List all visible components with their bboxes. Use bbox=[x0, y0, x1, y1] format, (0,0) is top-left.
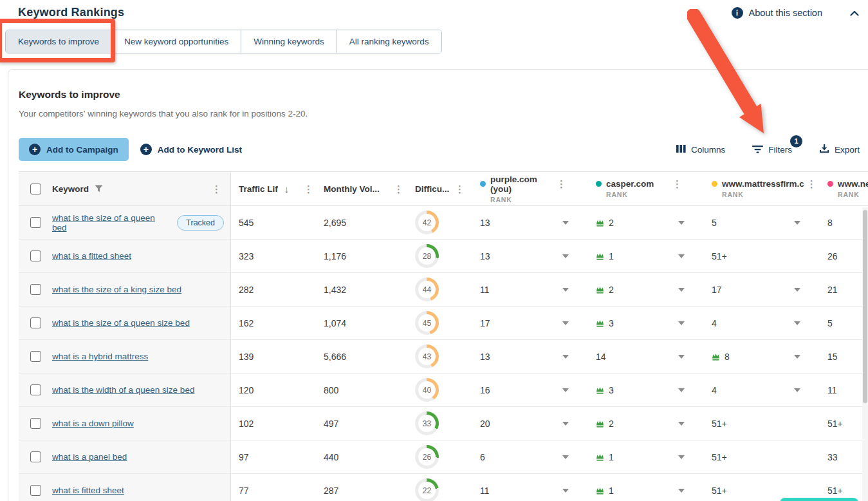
rank-cell: 51+ bbox=[815, 407, 868, 440]
rank-cell: 1 bbox=[583, 440, 699, 473]
monthly-column-menu-icon[interactable]: ⋮ bbox=[391, 184, 406, 194]
keyword-link[interactable]: what is a panel bed bbox=[52, 452, 127, 462]
purple-column-menu-icon[interactable]: ⋮ bbox=[554, 179, 569, 189]
keyword-link[interactable]: what is the width of a queen size bed bbox=[52, 385, 194, 395]
rank-value: 13 bbox=[480, 218, 490, 228]
traffic-column-menu-icon[interactable]: ⋮ bbox=[301, 184, 316, 194]
keyword-link[interactable]: what is the size of a king size bed bbox=[52, 285, 181, 294]
row-checkbox[interactable] bbox=[30, 317, 41, 328]
vertical-scrollbar[interactable] bbox=[862, 207, 868, 501]
rank-cell: 3 bbox=[583, 373, 699, 406]
rank-caret-icon[interactable] bbox=[562, 388, 569, 392]
rank-caret-icon[interactable] bbox=[562, 321, 569, 325]
keyword-filter-funnel-icon[interactable] bbox=[95, 185, 103, 193]
difficulty-donut: 28 bbox=[415, 244, 439, 268]
row-checkbox[interactable] bbox=[30, 284, 41, 295]
info-icon: i bbox=[732, 7, 743, 19]
difficulty-column-menu-icon[interactable]: ⋮ bbox=[452, 184, 467, 194]
chevron-up-icon[interactable] bbox=[850, 10, 859, 16]
select-all-checkbox[interactable] bbox=[30, 184, 41, 194]
rank-cell: 51+ bbox=[699, 240, 815, 272]
rank-value: 51+ bbox=[827, 419, 843, 429]
rank-caret-icon[interactable] bbox=[562, 422, 569, 426]
row-checkbox[interactable] bbox=[30, 351, 41, 362]
difficulty-donut: 40 bbox=[415, 378, 439, 402]
add-to-keyword-list-button[interactable]: + Add to Keyword List bbox=[140, 144, 242, 155]
columns-label: Columns bbox=[691, 145, 725, 155]
rank-caret-icon[interactable] bbox=[562, 355, 569, 359]
rank-caret-icon[interactable] bbox=[678, 288, 685, 292]
rank-caret-icon[interactable] bbox=[794, 388, 800, 392]
export-button[interactable]: Export bbox=[819, 144, 860, 155]
row-checkbox[interactable] bbox=[30, 217, 41, 228]
column-header-ne: www.ne bbox=[838, 179, 868, 189]
add-to-campaign-button[interactable]: + Add to Campaign bbox=[19, 138, 129, 161]
keyword-link[interactable]: what is the size of a queen bed bbox=[52, 213, 170, 232]
columns-button[interactable]: Columns bbox=[676, 144, 725, 155]
table-toolbar: + Add to Campaign + Add to Keyword List … bbox=[19, 138, 868, 161]
row-checkbox[interactable] bbox=[30, 250, 41, 261]
keywords-table: Keyword ⋮ Traffic Lif ↓ ⋮ Monthly Vol...… bbox=[19, 171, 868, 501]
column-header-purple: purple.com (you) bbox=[490, 175, 554, 194]
about-label: About this section bbox=[749, 8, 822, 18]
filters-button[interactable]: Filters 1 bbox=[752, 144, 792, 155]
rank-caret-icon[interactable] bbox=[678, 422, 685, 426]
casper-column-menu-icon[interactable]: ⋮ bbox=[670, 179, 685, 189]
rank-caret-icon[interactable] bbox=[678, 489, 685, 493]
rank-caret-icon[interactable] bbox=[794, 221, 800, 225]
crown-icon bbox=[596, 219, 604, 227]
difficulty-donut: 22 bbox=[415, 478, 439, 501]
rank-value: 51+ bbox=[712, 251, 727, 261]
rank-caret-icon[interactable] bbox=[678, 221, 685, 225]
sort-descending-icon[interactable]: ↓ bbox=[284, 184, 290, 194]
row-checkbox[interactable] bbox=[30, 451, 41, 462]
rank-caret-icon[interactable] bbox=[794, 321, 800, 325]
about-this-section[interactable]: i About this section bbox=[732, 6, 859, 19]
rank-caret-icon[interactable] bbox=[678, 388, 685, 392]
rank-cell: 2 bbox=[583, 407, 699, 440]
keyword-column-menu-icon[interactable]: ⋮ bbox=[209, 184, 224, 194]
keyword-link[interactable]: what is a down pillow bbox=[52, 419, 134, 428]
tab-winning-keywords[interactable]: Winning keywords bbox=[241, 30, 337, 53]
crown-icon bbox=[596, 319, 604, 327]
row-checkbox[interactable] bbox=[30, 418, 41, 429]
row-checkbox[interactable] bbox=[30, 384, 41, 395]
rank-caret-icon[interactable] bbox=[678, 254, 685, 258]
scrollbar-thumb[interactable] bbox=[863, 210, 867, 403]
rank-caret-icon[interactable] bbox=[794, 355, 800, 359]
rank-value: 6 bbox=[480, 452, 485, 462]
competitor-dot bbox=[480, 181, 486, 187]
rank-caret-icon[interactable] bbox=[562, 489, 569, 493]
keyword-link[interactable]: what is a fitted sheet bbox=[52, 251, 131, 261]
rank-caret-icon[interactable] bbox=[562, 288, 569, 292]
monthly-value: 287 bbox=[324, 486, 338, 496]
rank-caret-icon[interactable] bbox=[562, 455, 569, 459]
tab-bar: Keywords to improve New keyword opportun… bbox=[5, 30, 442, 53]
table-row: what is the size of a king size bed 282 … bbox=[19, 273, 868, 307]
difficulty-value: 44 bbox=[418, 281, 436, 298]
rank-caret-icon[interactable] bbox=[678, 355, 685, 359]
difficulty-value: 42 bbox=[418, 214, 436, 231]
rank-cell: 51+ bbox=[699, 474, 815, 501]
crown-icon bbox=[596, 252, 604, 260]
rank-caret-icon[interactable] bbox=[562, 221, 569, 225]
keyword-link[interactable]: what is fitted sheet bbox=[52, 486, 124, 495]
rank-value: 8 bbox=[725, 352, 730, 362]
chat-widget-peek[interactable] bbox=[780, 498, 858, 501]
rank-value: 20 bbox=[480, 419, 490, 429]
rank-value: 5 bbox=[827, 318, 833, 328]
row-checkbox[interactable] bbox=[30, 485, 41, 496]
rank-sublabel: RANK bbox=[480, 196, 512, 203]
rank-cell: 13 bbox=[467, 340, 583, 373]
keyword-link[interactable]: what is a hybrid mattress bbox=[52, 352, 148, 361]
tab-all-ranking-keywords[interactable]: All ranking keywords bbox=[337, 30, 441, 53]
tab-new-keyword-opportunities[interactable]: New keyword opportunities bbox=[112, 30, 241, 53]
rank-caret-icon[interactable] bbox=[794, 288, 800, 292]
rank-caret-icon[interactable] bbox=[562, 254, 569, 258]
rank-value: 3 bbox=[609, 385, 614, 395]
keyword-link[interactable]: what is the size of a queen size bed bbox=[52, 318, 190, 328]
tab-keywords-to-improve[interactable]: Keywords to improve bbox=[6, 30, 112, 53]
rank-caret-icon[interactable] bbox=[678, 455, 685, 459]
rank-caret-icon[interactable] bbox=[678, 321, 685, 325]
filters-label: Filters bbox=[768, 145, 792, 155]
